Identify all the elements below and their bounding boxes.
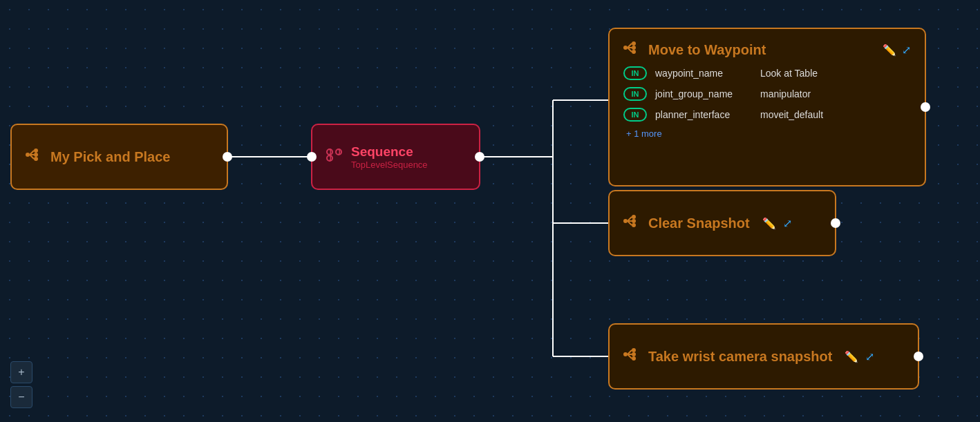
move-waypoint-edit-icon[interactable]: ✏️	[883, 44, 896, 57]
param-badge-2: IN	[623, 108, 647, 122]
take-snapshot-expand-icon[interactable]: ⤢	[865, 350, 874, 363]
take-snapshot-output-port[interactable]	[914, 352, 923, 361]
zoom-out-button[interactable]: −	[10, 386, 32, 408]
param-badge-1: IN	[623, 87, 647, 101]
svg-point-16	[623, 46, 628, 50]
zoom-controls: + −	[10, 361, 32, 408]
param-badge-0: IN	[623, 66, 647, 80]
root-node-label: My Pick and Place	[50, 149, 170, 165]
sequence-node[interactable]: Sequence TopLevelSequence	[311, 124, 480, 190]
root-node-output-port[interactable]	[223, 152, 232, 162]
sequence-node-subtitle: TopLevelSequence	[351, 160, 428, 170]
clear-snapshot-edit-icon[interactable]: ✏️	[762, 217, 776, 230]
svg-point-35	[632, 352, 636, 356]
svg-point-27	[632, 215, 636, 219]
clear-snapshot-output-port[interactable]	[831, 218, 840, 228]
svg-point-29	[632, 223, 636, 227]
root-node-icon	[26, 147, 44, 166]
param-value-2: moveit_default	[760, 109, 823, 120]
svg-point-36	[632, 356, 636, 361]
svg-point-21	[632, 46, 636, 50]
param-name-2: planner_interface	[655, 109, 752, 120]
svg-point-20	[632, 41, 636, 46]
move-waypoint-expand-icon[interactable]: ⤢	[902, 44, 911, 57]
take-snapshot-edit-icon[interactable]: ✏️	[845, 350, 858, 363]
move-waypoint-node[interactable]: Move to Waypoint ✏️ ⤢ IN waypoint_name L…	[608, 28, 926, 186]
sequence-node-output-port[interactable]	[475, 152, 484, 162]
param-name-1: joint_group_name	[655, 88, 752, 99]
take-snapshot-label: Take wrist camera snapshot	[648, 349, 832, 365]
zoom-in-button[interactable]: +	[10, 361, 32, 383]
svg-point-10	[34, 148, 38, 153]
svg-point-22	[632, 50, 636, 54]
root-node[interactable]: My Pick and Place	[10, 124, 228, 190]
svg-point-6	[26, 153, 30, 157]
clear-snapshot-expand-icon[interactable]: ⤢	[783, 217, 792, 230]
param-row-planner: IN planner_interface moveit_default	[623, 108, 911, 122]
param-row-joint: IN joint_group_name manipulator	[623, 87, 911, 101]
more-params-link[interactable]: + 1 more	[623, 128, 662, 139]
take-snapshot-node[interactable]: Take wrist camera snapshot ✏️ ⤢	[608, 323, 919, 390]
clear-snapshot-node[interactable]: Clear Snapshot ✏️ ⤢	[608, 190, 836, 256]
clear-snapshot-icon	[623, 213, 641, 233]
param-row-waypoint: IN waypoint_name Look at Table	[623, 66, 911, 80]
sequence-node-title: Sequence	[351, 144, 428, 160]
move-waypoint-title: Move to Waypoint	[648, 42, 876, 58]
svg-point-12	[34, 157, 38, 161]
move-waypoint-header: Move to Waypoint ✏️ ⤢	[623, 40, 911, 59]
svg-point-23	[623, 219, 628, 223]
svg-point-34	[632, 348, 636, 352]
svg-point-30	[623, 352, 628, 356]
move-waypoint-output-port[interactable]	[921, 102, 930, 112]
param-value-1: manipulator	[760, 88, 811, 99]
sequence-node-icon	[326, 147, 344, 166]
sequence-node-input-port[interactable]	[307, 152, 317, 162]
param-name-0: waypoint_name	[655, 68, 752, 79]
move-waypoint-icon	[623, 40, 641, 59]
take-snapshot-icon	[623, 347, 641, 366]
svg-point-11	[34, 153, 38, 157]
param-value-0: Look at Table	[760, 68, 818, 79]
clear-snapshot-label: Clear Snapshot	[648, 215, 750, 231]
svg-point-28	[632, 219, 636, 223]
move-waypoint-actions: ✏️ ⤢	[883, 44, 911, 57]
